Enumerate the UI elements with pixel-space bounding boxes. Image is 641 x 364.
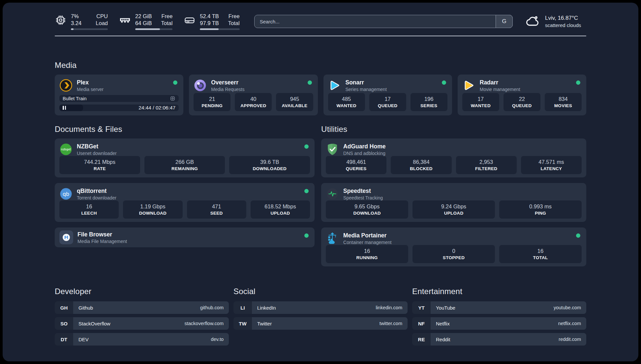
app-card-adguard[interactable]: AdGuard Home DNS and adblocking 498,461 … — [321, 138, 586, 177]
link-abbr: NF — [412, 317, 431, 330]
search-bar: G — [254, 15, 513, 28]
link-row-netflix[interactable]: NF Netflix netflix.com — [412, 317, 586, 330]
link-url: dev.to — [211, 337, 224, 342]
app-card-nzbget[interactable]: nzbget NZBGet Usenet downloader 744.21 M… — [55, 138, 315, 177]
svg-text:nzbget: nzbget — [61, 148, 71, 151]
app-description: Media File Management — [77, 239, 127, 244]
stat-tile: 266 GB REMAINING — [144, 156, 225, 174]
playback-elapsed — [59, 105, 83, 111]
radarr-icon — [462, 79, 475, 92]
now-playing-title: Bullet Train — [63, 96, 167, 101]
app-card-sonarr[interactable]: Sonarr Series management 485 WANTED 17 Q… — [323, 75, 452, 115]
memory-icon — [119, 14, 131, 26]
stat-tile: 618.52 Mbps UPLOAD — [251, 200, 310, 219]
app-name: qBittorrent — [77, 188, 116, 195]
cpu-progress-track — [71, 28, 108, 30]
link-url: twitter.com — [380, 321, 402, 326]
app-name: Speedtest — [343, 188, 383, 195]
section-entertainment: Entertainment YT YouTube youtube.com NF … — [412, 287, 586, 346]
app-description: Speedtest Tracking — [343, 195, 383, 200]
cloud-icon — [525, 14, 540, 29]
stat-tile: 498,461 QUERIES — [326, 156, 386, 174]
stat-tile: 39.6 TB DOWNLOADED — [229, 156, 310, 174]
stat-tile: 945 AVAILABLE — [276, 93, 313, 111]
link-name: YouTube — [436, 305, 455, 311]
disk-monitor: 52.4 TB 97.9 TB Free Total — [184, 13, 239, 30]
section-title-utilities: Utilities — [321, 125, 586, 134]
section-title-entertainment: Entertainment — [412, 287, 586, 296]
section-utilities: Utilities — [321, 125, 586, 266]
stat-tile: 16 RUNNING — [326, 245, 408, 263]
link-abbr: DT — [55, 333, 73, 346]
sonarr-icon — [328, 79, 341, 92]
app-card-radarr[interactable]: Radarr Movie management 17 WANTED 22 QUE… — [458, 75, 586, 115]
plex-icon — [59, 79, 73, 92]
app-card-overseerr[interactable]: Overseerr Media Requests 21 PENDING 40 A… — [189, 75, 318, 115]
section-title-developer: Developer — [55, 287, 229, 296]
disk-free-label: Free — [228, 13, 240, 20]
app-card-filebrowser[interactable]: File Browser Media File Management — [55, 228, 315, 247]
section-developer: Developer GH Github github.com SO StackO… — [55, 287, 229, 346]
cpu-load-value: 3.24 — [71, 20, 81, 27]
cpu-monitor: 7% 3.24 CPU Load — [55, 13, 108, 30]
link-abbr: LI — [233, 301, 252, 314]
app-description: DNS and adblocking — [343, 151, 385, 156]
link-abbr: RE — [412, 333, 431, 346]
memory-progress-fill — [135, 28, 160, 30]
cpu-progress-fill — [71, 28, 74, 30]
link-url: stackoverflow.com — [185, 321, 224, 326]
link-name: Twitter — [257, 321, 272, 326]
app-name: Media Portainer — [343, 232, 391, 239]
stat-tile: 21 PENDING — [194, 93, 230, 111]
app-card-speedtest[interactable]: Speedtest Speedtest Tracking 9.65 Gbps D… — [321, 183, 586, 222]
stat-tile: 40 APPROVED — [235, 93, 272, 111]
link-name: DEV — [78, 337, 89, 342]
svg-text:qb: qb — [63, 191, 69, 197]
link-url: youtube.com — [554, 305, 581, 310]
stat-tile: 17 WANTED — [462, 93, 499, 111]
search-engine-button[interactable]: G — [496, 15, 513, 28]
app-description: Torrent downloader — [77, 195, 116, 200]
link-name: LinkedIn — [257, 305, 276, 311]
app-card-portainer[interactable]: Media Portainer Container management 16 … — [321, 228, 586, 266]
stat-tile: 17 QUEUED — [369, 93, 406, 111]
link-url: linkedin.com — [376, 305, 402, 310]
link-abbr: GH — [55, 301, 73, 314]
link-row-youtube[interactable]: YT YouTube youtube.com — [412, 301, 586, 314]
app-card-plex[interactable]: Plex Media server Bullet Train — [55, 75, 183, 115]
stat-tile: 9.65 Gbps DOWNLOAD — [326, 200, 408, 219]
dashboard-page: 7% 3.24 CPU Load — [3, 3, 638, 361]
link-abbr: YT — [412, 301, 431, 314]
link-row-linkedin[interactable]: LI LinkedIn linkedin.com — [233, 301, 408, 314]
app-description: Usenet downloader — [77, 151, 117, 156]
topbar-divider — [55, 36, 586, 36]
link-row-twitter[interactable]: TW Twitter twitter.com — [233, 317, 408, 330]
app-card-qbittorrent[interactable]: qb qBittorrent Torrent downloader 16 — [55, 183, 315, 222]
portainer-icon — [326, 232, 339, 245]
disk-progress-track — [200, 28, 239, 30]
section-title-media: Media — [55, 61, 586, 70]
section-social: Social LI LinkedIn linkedin.com TW Twitt… — [233, 287, 408, 346]
stat-tile: 0 STOPPED — [412, 245, 495, 263]
disk-total-value: 97.9 TB — [200, 20, 219, 27]
weather-widget[interactable]: Lviv, 16.87°C scattered clouds — [525, 14, 586, 29]
link-name: Reddit — [436, 337, 450, 342]
app-description: Container management — [343, 240, 391, 245]
link-row-stackoverflow[interactable]: SO StackOverflow stackoverflow.com — [55, 317, 229, 330]
cpu-load-label: Load — [96, 20, 108, 27]
link-row-reddit[interactable]: RE Reddit reddit.com — [412, 333, 586, 346]
memory-free-value: 22 GiB — [135, 13, 152, 20]
link-url: reddit.com — [559, 337, 581, 342]
stat-tile: 47.571 ms LATENCY — [521, 156, 582, 174]
app-name: AdGuard Home — [343, 143, 385, 150]
stat-tile: 22 QUEUED — [504, 93, 540, 111]
topbar: 7% 3.24 CPU Load — [55, 13, 586, 30]
memory-monitor: 22 GiB 64 GiB Free Total — [119, 13, 172, 30]
weather-condition: scattered clouds — [545, 22, 581, 28]
search-input[interactable] — [254, 15, 513, 28]
link-row-github[interactable]: GH Github github.com — [55, 301, 229, 314]
playback-progress: 24:44 / 02:06:47 — [59, 105, 179, 111]
app-description: Movie management — [480, 87, 520, 92]
stat-tile: 16 TOTAL — [499, 245, 582, 263]
link-row-dev[interactable]: DT DEV dev.to — [55, 333, 229, 346]
